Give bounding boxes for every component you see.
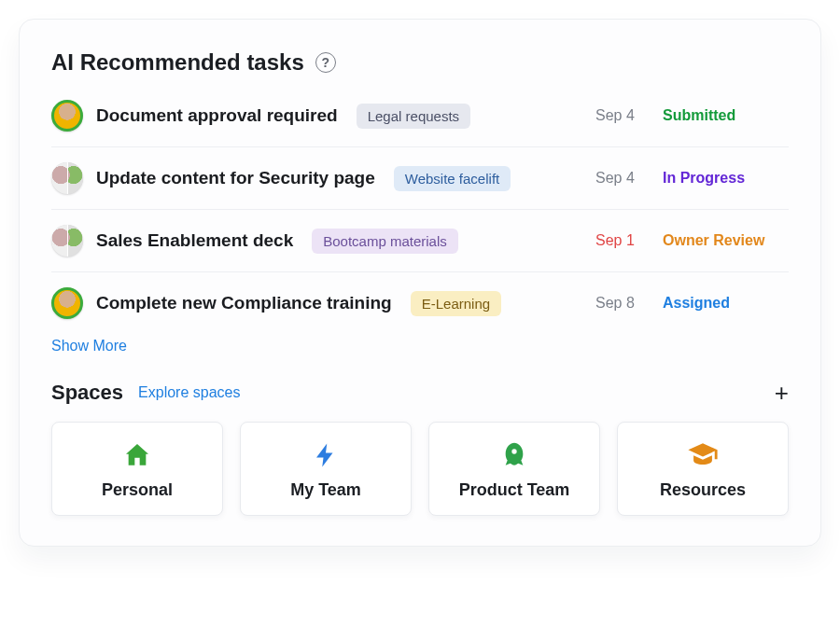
task-status: Assigned (663, 295, 789, 312)
task-tag[interactable]: Legal requests (357, 104, 470, 129)
task-date: Sep 1 (595, 232, 650, 249)
task-row[interactable]: Complete new Compliance trainingE-Learni… (51, 271, 789, 334)
avatar (51, 100, 83, 132)
spaces-grid: PersonalMy TeamProduct TeamResources (51, 422, 789, 516)
add-space-button[interactable]: + (775, 381, 789, 405)
task-list: Document approval requiredLegal requests… (51, 96, 789, 334)
task-tag[interactable]: E-Learning (411, 291, 501, 316)
gradcap-icon (687, 439, 719, 471)
space-label: Personal (102, 480, 173, 500)
task-date: Sep 4 (595, 170, 650, 187)
avatar (51, 225, 83, 257)
space-card[interactable]: Product Team (428, 422, 600, 516)
show-more-link[interactable]: Show More (51, 338, 789, 354)
task-row[interactable]: Sales Enablement deckBootcamp materialsS… (51, 209, 789, 271)
tasks-title: AI Recommended tasks (51, 49, 304, 76)
task-date: Sep 4 (595, 107, 650, 124)
task-title: Complete new Compliance training (96, 293, 392, 313)
task-tag[interactable]: Bootcamp materials (312, 229, 458, 254)
dashboard-card: AI Recommended tasks ? Document approval… (19, 19, 821, 547)
space-label: My Team (290, 480, 361, 500)
spaces-title: Spaces (51, 381, 123, 405)
task-row[interactable]: Document approval requiredLegal requests… (51, 96, 789, 146)
task-status: In Progress (663, 170, 789, 187)
rocket-icon (498, 439, 530, 471)
space-card[interactable]: Personal (51, 422, 223, 516)
task-date: Sep 8 (595, 295, 650, 312)
house-icon (121, 439, 153, 471)
explore-spaces-link[interactable]: Explore spaces (138, 384, 240, 401)
task-title: Update content for Security page (96, 168, 375, 188)
task-row[interactable]: Update content for Security pageWebsite … (51, 146, 789, 209)
task-status: Submitted (663, 107, 789, 124)
space-label: Resources (660, 480, 746, 500)
spaces-header: Spaces Explore spaces + (51, 381, 789, 405)
task-title: Document approval required (96, 105, 338, 126)
tasks-header: AI Recommended tasks ? (51, 49, 789, 76)
help-icon[interactable]: ? (315, 52, 336, 73)
avatar (51, 287, 83, 319)
task-tag[interactable]: Website facelift (394, 166, 511, 191)
task-status: Owner Review (663, 232, 789, 249)
space-card[interactable]: My Team (240, 422, 412, 516)
bolt-icon (310, 439, 342, 471)
task-title: Sales Enablement deck (96, 230, 293, 251)
space-card[interactable]: Resources (617, 422, 789, 516)
avatar (51, 162, 83, 194)
space-label: Product Team (459, 480, 570, 500)
